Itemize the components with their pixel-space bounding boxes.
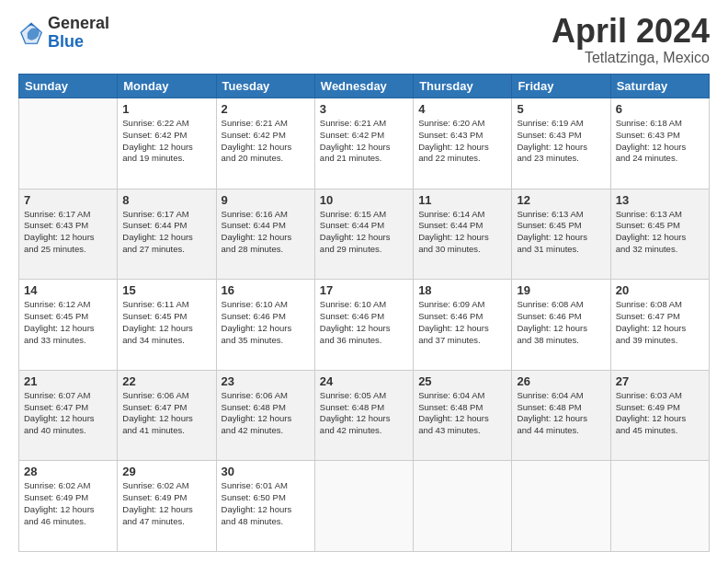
day-info: Sunrise: 6:18 AM Sunset: 6:43 PM Dayligh… (616, 118, 704, 165)
calendar-week-row: 14Sunrise: 6:12 AM Sunset: 6:45 PM Dayli… (19, 280, 710, 371)
day-info: Sunrise: 6:19 AM Sunset: 6:43 PM Dayligh… (517, 118, 605, 165)
day-info: Sunrise: 6:08 AM Sunset: 6:47 PM Dayligh… (616, 299, 704, 346)
table-row: 4Sunrise: 6:20 AM Sunset: 6:43 PM Daylig… (414, 98, 512, 190)
table-row: 23Sunrise: 6:06 AM Sunset: 6:48 PM Dayli… (216, 370, 314, 461)
day-number: 3 (320, 102, 408, 116)
day-info: Sunrise: 6:06 AM Sunset: 6:48 PM Dayligh… (222, 390, 310, 437)
day-number: 15 (122, 283, 210, 297)
header: General Blue April 2024 Tetlatzinga, Mex… (18, 15, 710, 66)
day-info: Sunrise: 6:10 AM Sunset: 6:46 PM Dayligh… (320, 299, 408, 346)
col-saturday: Saturday (610, 75, 709, 98)
table-row: 9Sunrise: 6:16 AM Sunset: 6:44 PM Daylig… (216, 189, 314, 280)
day-number: 12 (517, 193, 605, 207)
day-number: 4 (418, 102, 506, 116)
day-info: Sunrise: 6:05 AM Sunset: 6:48 PM Dayligh… (320, 390, 408, 437)
day-info: Sunrise: 6:13 AM Sunset: 6:45 PM Dayligh… (517, 209, 605, 256)
day-number: 18 (418, 283, 506, 297)
calendar-week-row: 21Sunrise: 6:07 AM Sunset: 6:47 PM Dayli… (19, 370, 710, 461)
table-row: 26Sunrise: 6:04 AM Sunset: 6:48 PM Dayli… (512, 370, 610, 461)
table-row: 21Sunrise: 6:07 AM Sunset: 6:47 PM Dayli… (19, 370, 118, 461)
table-row: 28Sunrise: 6:02 AM Sunset: 6:49 PM Dayli… (19, 461, 118, 552)
day-number: 10 (320, 193, 408, 207)
calendar-week-row: 1Sunrise: 6:22 AM Sunset: 6:42 PM Daylig… (19, 98, 710, 190)
day-number: 30 (222, 465, 310, 478)
day-number: 8 (122, 193, 210, 207)
calendar-week-row: 28Sunrise: 6:02 AM Sunset: 6:49 PM Dayli… (19, 461, 710, 552)
table-row: 1Sunrise: 6:22 AM Sunset: 6:42 PM Daylig… (118, 98, 216, 190)
day-number: 5 (517, 102, 605, 116)
table-row: 24Sunrise: 6:05 AM Sunset: 6:48 PM Dayli… (314, 370, 413, 461)
day-info: Sunrise: 6:03 AM Sunset: 6:49 PM Dayligh… (616, 390, 704, 437)
table-row: 20Sunrise: 6:08 AM Sunset: 6:47 PM Dayli… (610, 280, 709, 371)
table-row: 14Sunrise: 6:12 AM Sunset: 6:45 PM Dayli… (19, 280, 118, 371)
logo: General Blue (18, 15, 109, 52)
day-number: 6 (616, 102, 704, 116)
day-number: 13 (616, 193, 704, 207)
day-number: 28 (24, 465, 112, 478)
table-row (512, 461, 610, 552)
day-number: 26 (517, 374, 605, 388)
table-row (610, 461, 709, 552)
table-row: 17Sunrise: 6:10 AM Sunset: 6:46 PM Dayli… (314, 280, 413, 371)
day-number: 17 (320, 283, 408, 297)
day-number: 27 (616, 374, 704, 388)
table-row: 11Sunrise: 6:14 AM Sunset: 6:44 PM Dayli… (414, 189, 512, 280)
day-number: 9 (222, 193, 310, 207)
table-row: 6Sunrise: 6:18 AM Sunset: 6:43 PM Daylig… (610, 98, 709, 190)
col-sunday: Sunday (19, 75, 118, 98)
logo-blue-text: Blue (48, 33, 109, 52)
table-row: 25Sunrise: 6:04 AM Sunset: 6:48 PM Dayli… (414, 370, 512, 461)
table-row: 8Sunrise: 6:17 AM Sunset: 6:44 PM Daylig… (118, 189, 216, 280)
table-row: 27Sunrise: 6:03 AM Sunset: 6:49 PM Dayli… (610, 370, 709, 461)
table-row: 7Sunrise: 6:17 AM Sunset: 6:43 PM Daylig… (19, 189, 118, 280)
day-info: Sunrise: 6:01 AM Sunset: 6:50 PM Dayligh… (222, 480, 310, 527)
table-row: 12Sunrise: 6:13 AM Sunset: 6:45 PM Dayli… (512, 189, 610, 280)
table-row: 30Sunrise: 6:01 AM Sunset: 6:50 PM Dayli… (216, 461, 314, 552)
day-info: Sunrise: 6:02 AM Sunset: 6:49 PM Dayligh… (122, 480, 210, 527)
col-wednesday: Wednesday (314, 75, 413, 98)
day-number: 20 (616, 283, 704, 297)
table-row: 29Sunrise: 6:02 AM Sunset: 6:49 PM Dayli… (118, 461, 216, 552)
table-row: 19Sunrise: 6:08 AM Sunset: 6:46 PM Dayli… (512, 280, 610, 371)
table-row: 5Sunrise: 6:19 AM Sunset: 6:43 PM Daylig… (512, 98, 610, 190)
calendar-header-row: Sunday Monday Tuesday Wednesday Thursday… (19, 75, 710, 98)
table-row (314, 461, 413, 552)
day-info: Sunrise: 6:02 AM Sunset: 6:49 PM Dayligh… (24, 480, 112, 527)
day-number: 7 (24, 193, 112, 207)
day-number: 19 (517, 283, 605, 297)
day-info: Sunrise: 6:04 AM Sunset: 6:48 PM Dayligh… (517, 390, 605, 437)
page: General Blue April 2024 Tetlatzinga, Mex… (0, 0, 728, 563)
title-month: April 2024 (552, 15, 710, 48)
table-row: 10Sunrise: 6:15 AM Sunset: 6:44 PM Dayli… (314, 189, 413, 280)
day-info: Sunrise: 6:21 AM Sunset: 6:42 PM Dayligh… (320, 118, 408, 165)
day-info: Sunrise: 6:08 AM Sunset: 6:46 PM Dayligh… (517, 299, 605, 346)
col-friday: Friday (512, 75, 610, 98)
day-number: 2 (222, 102, 310, 116)
col-thursday: Thursday (414, 75, 512, 98)
day-info: Sunrise: 6:14 AM Sunset: 6:44 PM Dayligh… (418, 209, 506, 256)
day-info: Sunrise: 6:15 AM Sunset: 6:44 PM Dayligh… (320, 209, 408, 256)
day-number: 23 (222, 374, 310, 388)
day-info: Sunrise: 6:12 AM Sunset: 6:45 PM Dayligh… (24, 299, 112, 346)
day-info: Sunrise: 6:16 AM Sunset: 6:44 PM Dayligh… (222, 209, 310, 256)
table-row: 16Sunrise: 6:10 AM Sunset: 6:46 PM Dayli… (216, 280, 314, 371)
day-info: Sunrise: 6:21 AM Sunset: 6:42 PM Dayligh… (222, 118, 310, 165)
table-row: 3Sunrise: 6:21 AM Sunset: 6:42 PM Daylig… (314, 98, 413, 190)
day-number: 25 (418, 374, 506, 388)
day-info: Sunrise: 6:07 AM Sunset: 6:47 PM Dayligh… (24, 390, 112, 437)
col-monday: Monday (118, 75, 216, 98)
day-number: 11 (418, 193, 506, 207)
day-info: Sunrise: 6:13 AM Sunset: 6:45 PM Dayligh… (616, 209, 704, 256)
day-info: Sunrise: 6:06 AM Sunset: 6:47 PM Dayligh… (122, 390, 210, 437)
col-tuesday: Tuesday (216, 75, 314, 98)
day-number: 29 (122, 465, 210, 478)
table-row: 18Sunrise: 6:09 AM Sunset: 6:46 PM Dayli… (414, 280, 512, 371)
table-row: 13Sunrise: 6:13 AM Sunset: 6:45 PM Dayli… (610, 189, 709, 280)
title-block: April 2024 Tetlatzinga, Mexico (552, 15, 710, 66)
day-info: Sunrise: 6:22 AM Sunset: 6:42 PM Dayligh… (122, 118, 210, 165)
day-number: 1 (122, 102, 210, 116)
table-row: 22Sunrise: 6:06 AM Sunset: 6:47 PM Dayli… (118, 370, 216, 461)
day-info: Sunrise: 6:20 AM Sunset: 6:43 PM Dayligh… (418, 118, 506, 165)
day-number: 22 (122, 374, 210, 388)
day-info: Sunrise: 6:11 AM Sunset: 6:45 PM Dayligh… (122, 299, 210, 346)
